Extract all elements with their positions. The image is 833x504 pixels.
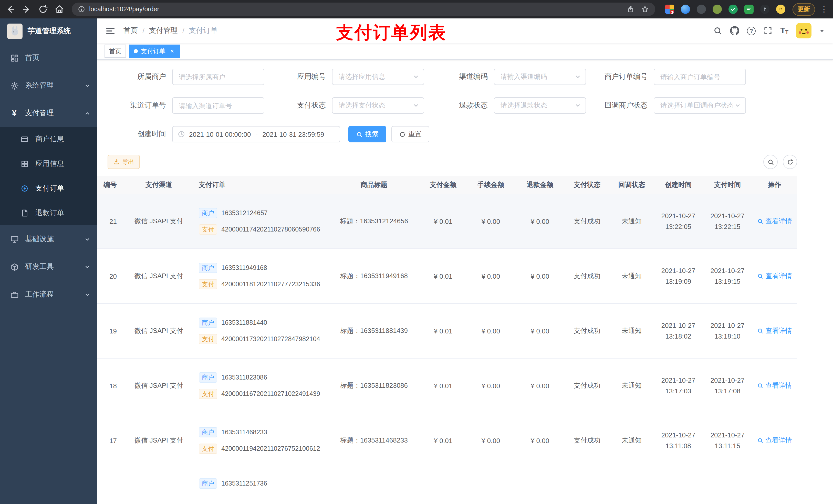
pin-extension-icon[interactable] — [760, 5, 769, 14]
sidebar-item-pay-order[interactable]: 支付订单 — [0, 176, 97, 201]
caret-down-icon[interactable] — [819, 28, 825, 33]
filter-notify-status: 回调商户状态 请选择订单回调商户状态 — [586, 97, 746, 114]
fee-amount-cell: ¥ 0.00 — [466, 437, 515, 444]
font-size-icon[interactable]: TT — [780, 27, 788, 35]
col-order: 支付订单 — [195, 180, 328, 190]
payment-submenu: 商户信息 应用信息 支付订单 退款订单 — [0, 127, 97, 225]
extensions-area: 10 — [658, 5, 785, 14]
breadcrumb-payment[interactable]: 支付管理 — [149, 26, 178, 35]
extension-badge: 10 — [670, 10, 674, 14]
forward-icon[interactable] — [22, 4, 32, 14]
tab-pay-order[interactable]: 支付订单 × — [129, 45, 180, 58]
right-toolbar — [763, 155, 797, 169]
pay-time-cell: 2021-10-27 13:17:08 — [703, 375, 752, 397]
pay-order-cell: 商户 1635311949168 支付 42000011812021102777… — [195, 263, 328, 289]
page-content: 所属商户 应用编号 请选择应用信息 渠道编码 — [97, 60, 833, 504]
extensions-grid-icon[interactable]: 10 — [665, 5, 674, 14]
pay-status-select[interactable]: 请选择支付状态 — [332, 97, 424, 114]
sidebar-item-infrastructure[interactable]: 基础设施 — [0, 225, 97, 253]
dashboard-icon — [10, 53, 19, 62]
orders-table: 编号 支付渠道 支付订单 商品标题 支付金额 手续金额 退款金额 支付状态 回调… — [97, 176, 797, 504]
export-button[interactable]: 导出 — [108, 155, 140, 169]
fullscreen-icon[interactable] — [763, 26, 772, 35]
refund-amount-cell: ¥ 0.00 — [515, 437, 565, 444]
sidebar-item-app-info[interactable]: 应用信息 — [0, 152, 97, 176]
grid-icon — [21, 160, 29, 168]
sidebar-item-merchant-info[interactable]: 商户信息 — [0, 127, 97, 152]
pay-order-no: 4200001194202110276752100612 — [221, 445, 320, 452]
sidebar-item-dev-tools[interactable]: 研发工具 — [0, 253, 97, 281]
bank-card-icon — [21, 135, 29, 143]
back-icon[interactable] — [5, 4, 15, 14]
merchant-input[interactable] — [172, 69, 264, 85]
github-icon[interactable] — [730, 26, 739, 35]
view-detail-link[interactable]: 查看详情 — [757, 326, 792, 335]
bookmark-star-icon[interactable] — [641, 5, 649, 13]
fee-amount-cell: ¥ 0.00 — [466, 217, 515, 225]
notify-status-select[interactable]: 请选择订单回调商户状态 — [654, 97, 746, 114]
create-time-range-picker[interactable]: 2021-10-01 00:00:00 - 2021-10-31 23:59:5… — [172, 126, 340, 142]
sidebar-item-workflow[interactable]: 工作流程 — [0, 281, 97, 308]
browser-profile-avatar[interactable] — [776, 5, 785, 14]
product-title-cell: 标题：1635311881439 — [328, 326, 420, 335]
reload-icon[interactable] — [38, 4, 48, 14]
chrome-update-button[interactable]: 更新 — [792, 3, 815, 16]
breadcrumb-home[interactable]: 首页 — [123, 26, 138, 35]
view-detail-link[interactable]: 查看详情 — [757, 381, 792, 390]
share-icon[interactable] — [626, 5, 635, 13]
olive-extension-icon[interactable] — [713, 5, 722, 14]
app-logo[interactable]: 芋道管理系统 — [0, 19, 97, 44]
sidebar-item-system[interactable]: 系统管理 — [0, 72, 97, 99]
chevron-down-icon — [413, 102, 419, 109]
view-detail-link[interactable]: 查看详情 — [757, 271, 792, 281]
pay-time-cell: 2021-10-27 13:18:10 — [703, 320, 752, 342]
help-icon[interactable]: ? — [747, 26, 756, 35]
merchant-order-no: 1635312124657 — [221, 210, 268, 217]
user-avatar[interactable] — [796, 23, 811, 39]
pay-amount-cell: ¥ 0.01 — [420, 272, 466, 280]
pay-status-cell: 支付成功 — [565, 271, 610, 281]
app-title: 芋道管理系统 — [28, 27, 71, 36]
channel-code-select[interactable]: 请输入渠道编码 — [494, 69, 586, 85]
merchant-order-no: 1635311251736 — [221, 480, 267, 487]
pay-amount-cell: ¥ 0.01 — [420, 437, 466, 444]
filter-channel-order-no: 渠道订单号 — [97, 97, 264, 114]
refresh-table-button[interactable] — [783, 155, 797, 169]
filter-form: 所属商户 应用编号 请选择应用信息 渠道编码 — [97, 60, 833, 142]
search-icon — [757, 218, 763, 224]
close-tab-icon[interactable]: × — [169, 48, 176, 55]
home-icon[interactable] — [54, 4, 65, 14]
chevron-down-icon — [85, 264, 90, 270]
reset-button[interactable]: 重置 — [391, 126, 429, 142]
col-fee: 手续金额 — [466, 180, 515, 190]
sidebar-item-payment[interactable]: ¥ 支付管理 — [0, 99, 97, 127]
merchant-order-no-input[interactable] — [654, 69, 746, 85]
drop-extension-icon[interactable] — [681, 5, 690, 14]
dark-extension-icon[interactable] — [697, 5, 706, 14]
view-detail-link[interactable]: 查看详情 — [757, 217, 792, 226]
merchant-tag: 商户 — [199, 317, 217, 328]
search-button[interactable]: 搜索 — [348, 126, 386, 142]
browser-menu-icon[interactable]: ⋮ — [820, 5, 828, 14]
search-icon[interactable] — [713, 26, 722, 35]
check-extension-icon[interactable] — [729, 5, 738, 14]
chat-extension-icon[interactable] — [744, 5, 754, 14]
channel-order-no-input[interactable] — [172, 97, 264, 114]
search-icon — [757, 273, 763, 279]
url-text[interactable]: localhost:1024/pay/order — [89, 6, 620, 13]
order-id-cell: 17 — [97, 437, 123, 444]
target-icon — [21, 184, 29, 193]
sidebar-item-refund-order[interactable]: 退款订单 — [0, 201, 97, 225]
check-icon — [731, 7, 736, 12]
toggle-search-button[interactable] — [763, 155, 778, 169]
pay-order-cell: 商户 1635312124657 支付 42000011742021102780… — [195, 208, 328, 235]
sidebar-fold-icon[interactable] — [105, 26, 115, 35]
refund-status-select[interactable]: 请选择退款状态 — [494, 97, 586, 114]
info-icon[interactable] — [78, 6, 85, 13]
view-detail-link[interactable]: 查看详情 — [757, 436, 792, 445]
app-no-select[interactable]: 请选择应用信息 — [332, 69, 424, 85]
tab-home[interactable]: 首页 — [104, 45, 126, 58]
sidebar-item-home[interactable]: 首页 — [0, 44, 97, 72]
address-bar[interactable]: localhost:1024/pay/order — [72, 3, 655, 16]
pay-tag: 支付 — [199, 443, 217, 454]
